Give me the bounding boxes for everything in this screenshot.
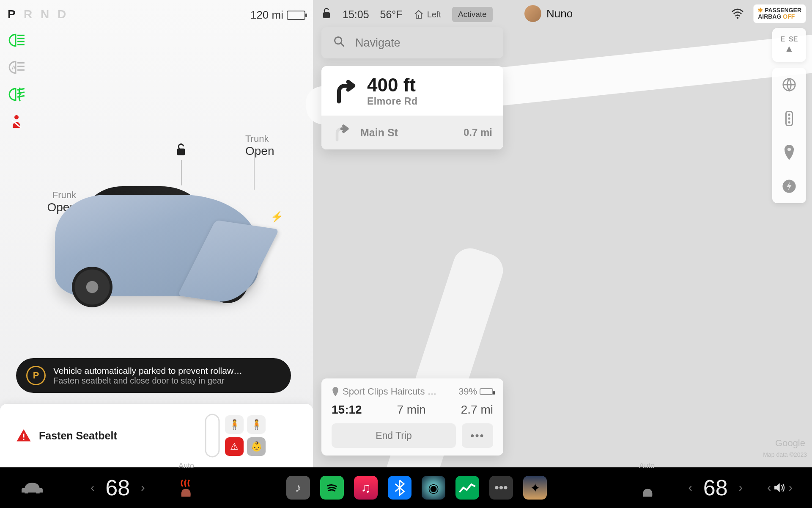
park-brake-icon: P — [26, 366, 46, 385]
seat-child-icon: 👶 — [247, 437, 266, 456]
auto-highbeam-icon: A — [8, 60, 25, 75]
telltale-indicators: A — [8, 33, 25, 129]
more-apps-button[interactable]: ••• — [489, 476, 513, 500]
svg-rect-17 — [323, 12, 330, 18]
battery-range: 120 mi — [250, 8, 305, 22]
range-value: 120 mi — [250, 8, 283, 22]
svg-rect-13 — [177, 149, 185, 155]
svg-point-19 — [335, 37, 342, 44]
apple-music-app-button[interactable]: ♫ — [354, 476, 378, 500]
battery-icon — [287, 11, 305, 20]
map-chargers-button[interactable] — [772, 169, 806, 203]
volume-control[interactable]: ‹ › — [765, 472, 795, 503]
driver-seat-heat-button[interactable] — [171, 472, 202, 503]
svg-rect-16 — [206, 414, 219, 457]
seatbelt-text: Fasten Seatbelt — [39, 430, 117, 442]
trip-more-button[interactable]: ••• — [462, 423, 493, 448]
turn-right-icon — [332, 78, 359, 104]
map-traffic-button[interactable] — [772, 102, 806, 135]
spotify-app-button[interactable] — [320, 476, 344, 500]
headlight-icon — [8, 33, 25, 47]
map-globe-button[interactable] — [772, 68, 806, 102]
pin-small-icon — [332, 387, 339, 396]
svg-line-20 — [341, 43, 344, 46]
volume-icon — [774, 480, 786, 496]
wifi-icon[interactable] — [731, 8, 744, 22]
unlock-icon[interactable] — [175, 143, 187, 159]
volume-up[interactable]: › — [786, 481, 795, 494]
trunk-button[interactable]: Trunk Open — [245, 133, 288, 158]
lock-status-icon[interactable] — [321, 7, 332, 22]
theater-app-button[interactable]: ✦ — [523, 476, 547, 500]
svg-line-8 — [17, 88, 25, 90]
alert-title: Vehicle automatically parked to prevent … — [53, 366, 242, 376]
airbag-line2: AIRBAG — [758, 13, 781, 20]
activate-button[interactable]: Activate — [452, 7, 493, 22]
map-attribution: Google — [775, 438, 805, 449]
svg-text:A: A — [11, 64, 16, 71]
gear-n: N — [41, 8, 52, 21]
music-app-button[interactable]: ♪ — [286, 476, 310, 500]
status-bar: 15:05 56°F Left Activate — [321, 7, 493, 22]
svg-point-23 — [788, 113, 790, 116]
homelink-button[interactable]: Left — [414, 9, 441, 19]
svg-line-9 — [17, 92, 25, 94]
gear-r: R — [24, 8, 35, 21]
volume-down[interactable]: ‹ — [765, 481, 774, 494]
map-tools — [772, 68, 806, 203]
destination-name: Sport Clips Haircuts … — [343, 386, 437, 397]
map-data-attr: Map data ©2023 — [763, 451, 807, 458]
passenger-temp-up[interactable]: › — [736, 481, 745, 494]
warning-triangle-icon — [16, 428, 31, 443]
svg-point-24 — [788, 117, 790, 119]
driver-seat-auto-label: Auto — [178, 461, 194, 470]
passenger-temp-control: ‹ 68 › — [686, 475, 746, 500]
driver-profile-button[interactable]: Nuno — [524, 5, 573, 22]
passenger-seat-auto-label: Auto — [639, 461, 655, 470]
svg-rect-15 — [23, 439, 25, 440]
outside-temp: 56°F — [380, 8, 403, 21]
bluetooth-app-button[interactable] — [388, 476, 411, 500]
trunk-state: Open — [245, 144, 288, 158]
map-pin-button[interactable] — [772, 135, 806, 169]
vehicle-render[interactable] — [38, 178, 279, 339]
seat-occupancy-diagram: 🧍 🧍 ⚠ 👶 — [203, 408, 300, 463]
destination-card[interactable]: Sport Clips Haircuts … 39% 15:12 7 min 2… — [321, 378, 503, 456]
map-area[interactable]: 15:05 56°F Left Activate Nuno ✱PASSENGER… — [313, 0, 812, 467]
airbag-line1: PASSENGER — [765, 7, 801, 14]
arrival-battery: 39% — [458, 386, 477, 397]
home-icon — [414, 9, 424, 19]
seatbelt-card[interactable]: Fasten Seatbelt 🧍 🧍 ⚠ 👶 — [0, 404, 313, 467]
driver-temp-down[interactable]: ‹ — [88, 481, 97, 494]
compass-arrow-icon: ▲ — [785, 43, 794, 54]
compass-button[interactable]: E SE ▲ — [772, 28, 806, 62]
car-controls-button[interactable] — [17, 472, 47, 503]
nav-primary-step: 400 ft Elmore Rd — [321, 66, 503, 116]
svg-rect-14 — [23, 434, 25, 438]
driver-temp-value[interactable]: 68 — [105, 475, 130, 500]
passenger-seat-heat-button[interactable] — [632, 472, 662, 503]
passenger-temp-down[interactable]: ‹ — [686, 481, 695, 494]
navigation-card[interactable]: 400 ft Elmore Rd Main St 0.7 mi — [321, 66, 503, 149]
energy-app-button[interactable] — [455, 476, 479, 500]
airbag-state: OFF — [783, 13, 795, 20]
nav-distance: 400 ft — [367, 75, 418, 96]
navigate-search[interactable]: Navigate — [321, 27, 503, 58]
dashcam-app-button[interactable]: ◉ — [422, 476, 445, 500]
search-icon — [333, 36, 345, 50]
avatar — [524, 5, 541, 22]
vehicle-panel: P R N D 120 mi A Frunk Open Trunk Open ⚡… — [0, 0, 313, 467]
turn-right-small-icon — [332, 123, 351, 142]
passenger-temp-value[interactable]: 68 — [703, 475, 728, 500]
gear-d: D — [58, 8, 69, 21]
vehicle-alert[interactable]: P Vehicle automatically parked to preven… — [16, 358, 291, 393]
arrival-time: 15:12 — [332, 403, 362, 417]
battery-small-icon — [480, 388, 493, 395]
end-trip-button[interactable]: End Trip — [332, 423, 456, 448]
foglight-icon — [8, 87, 25, 102]
driver-temp-up[interactable]: › — [138, 481, 147, 494]
clock: 15:05 — [343, 8, 369, 21]
svg-point-11 — [14, 115, 19, 119]
seat-driver-icon: 🧍 — [225, 415, 244, 434]
search-placeholder: Navigate — [355, 36, 401, 50]
